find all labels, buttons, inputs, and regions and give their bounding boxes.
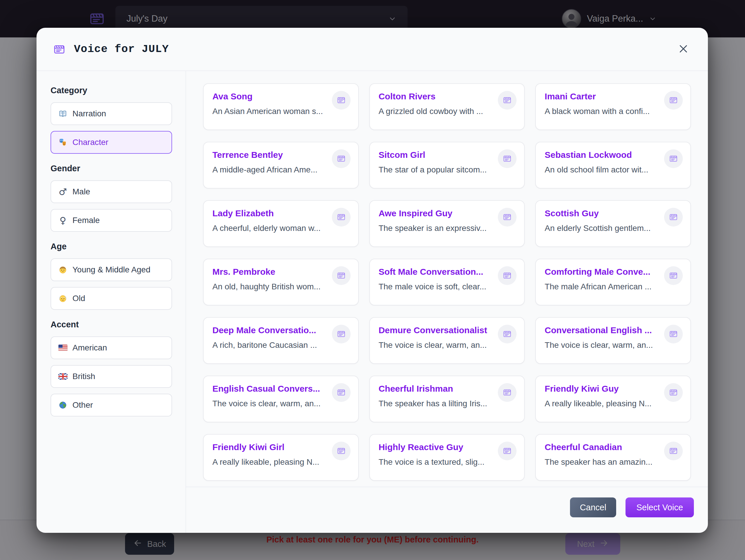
filter-option-other[interactable]: Other <box>51 394 172 416</box>
filter-options: Young & Middle Aged Old <box>51 258 172 310</box>
voice-description: The voice is clear, warm, an... <box>213 399 349 408</box>
voice-card[interactable]: Ava Song An Asian American woman s... <box>203 83 359 130</box>
filter-option-female[interactable]: ♀ Female <box>51 209 172 232</box>
clapperboard-icon <box>503 154 512 164</box>
voice-name: Cheerful Irishman <box>379 384 516 394</box>
filter-section: Age Young & Middle Aged Old <box>51 242 172 310</box>
voice-card[interactable]: Friendly Kiwi Girl A really likeable, pl… <box>203 434 359 481</box>
close-button[interactable] <box>675 41 691 57</box>
voice-preview-button[interactable] <box>498 149 517 168</box>
voice-description: The speaker has a lilting Iris... <box>379 399 516 408</box>
voice-card[interactable]: Friendly Kiwi Guy A really likeable, ple… <box>535 376 691 422</box>
voice-preview-button[interactable] <box>332 442 351 460</box>
filter-section: Gender ♂ Male ♀ Female <box>51 164 172 232</box>
voice-card[interactable]: English Casual Convers... The voice is c… <box>203 376 359 422</box>
voice-card[interactable]: Scottish Guy An elderly Scottish gentlem… <box>535 200 691 247</box>
close-icon <box>678 43 689 56</box>
voice-preview-button[interactable] <box>664 91 683 110</box>
voice-preview-button[interactable] <box>332 149 351 168</box>
voice-card[interactable]: Imani Carter A black woman with a confi.… <box>535 83 691 130</box>
voice-preview-button[interactable] <box>664 149 683 168</box>
voice-name: Sitcom Girl <box>379 150 516 160</box>
voice-name: Cheerful Canadian <box>545 442 682 452</box>
filter-section-label: Age <box>51 242 172 251</box>
voice-preview-button[interactable] <box>332 208 351 226</box>
voice-card[interactable]: Demure Conversationalist The voice is cl… <box>369 317 525 364</box>
voice-list[interactable]: Ava Song An Asian American woman s... Co… <box>186 71 708 487</box>
voice-card[interactable]: Mrs. Pembroke An old, haughty British wo… <box>203 259 359 305</box>
voice-preview-button[interactable] <box>498 91 517 110</box>
voice-card[interactable]: Awe Inspired Guy The speaker is an expre… <box>369 200 525 247</box>
voice-name: Terrence Bentley <box>213 150 349 160</box>
voice-card[interactable]: Comforting Male Conve... The male Africa… <box>535 259 691 305</box>
option-label: British <box>72 372 95 381</box>
voice-preview-button[interactable] <box>664 383 683 402</box>
voice-preview-button[interactable] <box>332 325 351 343</box>
voice-description: A black woman with a confi... <box>545 107 682 116</box>
voice-description: The male African American ... <box>545 282 682 291</box>
clapperboard-icon <box>336 446 346 456</box>
voice-preview-button[interactable] <box>498 266 517 285</box>
us-flag-icon <box>58 343 67 352</box>
filter-option-old[interactable]: Old <box>51 287 172 310</box>
voice-card[interactable]: Cheerful Canadian The speaker has an ama… <box>535 434 691 481</box>
voice-card[interactable]: Deep Male Conversatio... A rich, bariton… <box>203 317 359 364</box>
clapperboard-icon <box>336 387 346 398</box>
female-icon: ♀ <box>58 216 67 225</box>
filter-option-american[interactable]: American <box>51 336 172 359</box>
option-label: Character <box>72 138 108 147</box>
voice-description: A rich, baritone Caucasian ... <box>213 341 349 350</box>
filter-option-male[interactable]: ♂ Male <box>51 180 172 203</box>
voice-preview-button[interactable] <box>498 383 517 402</box>
voice-name: Soft Male Conversation... <box>379 267 516 277</box>
voice-preview-button[interactable] <box>498 208 517 226</box>
voice-preview-button[interactable] <box>332 91 351 110</box>
voice-preview-button[interactable] <box>498 325 517 343</box>
clapperboard-icon <box>503 387 512 398</box>
voice-description: An old school film actor wit... <box>545 165 682 175</box>
clapperboard-icon <box>669 271 678 281</box>
voice-preview-button[interactable] <box>332 266 351 285</box>
clapperboard-icon <box>669 212 678 222</box>
voice-preview-button[interactable] <box>664 442 683 460</box>
filter-option-character[interactable]: Character <box>51 131 172 154</box>
voice-name: Mrs. Pembroke <box>213 267 349 277</box>
voice-description: A really likeable, pleasing N... <box>213 458 349 467</box>
clapperboard-icon <box>503 95 512 105</box>
voice-name: Demure Conversationalist <box>379 325 516 335</box>
filter-option-young-middle-aged[interactable]: Young & Middle Aged <box>51 258 172 281</box>
voice-description: An old, haughty British wom... <box>213 282 349 291</box>
filter-option-narration[interactable]: Narration <box>51 102 172 125</box>
voice-preview-button[interactable] <box>332 383 351 402</box>
option-label: Old <box>72 294 85 303</box>
voice-card[interactable]: Soft Male Conversation... The male voice… <box>369 259 525 305</box>
voice-preview-button[interactable] <box>664 208 683 226</box>
voice-preview-button[interactable] <box>664 266 683 285</box>
voice-preview-button[interactable] <box>498 442 517 460</box>
voice-name: Imani Carter <box>545 92 682 101</box>
voice-card[interactable]: Sitcom Girl The star of a popular sitcom… <box>369 142 525 188</box>
clapperboard-icon <box>336 95 346 105</box>
voice-picker-dialog: Voice for JULY Category Narration Charac… <box>36 28 708 533</box>
voice-card[interactable]: Terrence Bentley A middle-aged African A… <box>203 142 359 188</box>
voice-card[interactable]: Conversational English ... The voice is … <box>535 317 691 364</box>
cancel-button[interactable]: Cancel <box>570 497 616 517</box>
dialog-content: Ava Song An Asian American woman s... Co… <box>186 71 708 533</box>
voice-card[interactable]: Lady Elizabeth A cheerful, elderly woman… <box>203 200 359 247</box>
option-label: Narration <box>72 109 106 118</box>
filter-section: Category Narration Character <box>51 86 172 154</box>
voice-name: Conversational English ... <box>545 325 682 335</box>
voice-description: An Asian American woman s... <box>213 107 349 116</box>
clapperboard-icon <box>503 329 512 339</box>
voice-description: A really likeable, pleasing N... <box>545 399 682 408</box>
filter-option-british[interactable]: British <box>51 365 172 388</box>
voice-card[interactable]: Cheerful Irishman The speaker has a lilt… <box>369 376 525 422</box>
voice-card[interactable]: Sebastian Lockwood An old school film ac… <box>535 142 691 188</box>
select-voice-button[interactable]: Select Voice <box>625 497 694 517</box>
voice-card[interactable]: Colton Rivers A grizzled old cowboy with… <box>369 83 525 130</box>
theater-masks-icon <box>58 138 67 147</box>
voice-preview-button[interactable] <box>664 325 683 343</box>
voice-name: Comforting Male Conve... <box>545 267 682 277</box>
voice-card[interactable]: Highly Reactive Guy The voice is a textu… <box>369 434 525 481</box>
clapperboard-icon <box>336 271 346 281</box>
